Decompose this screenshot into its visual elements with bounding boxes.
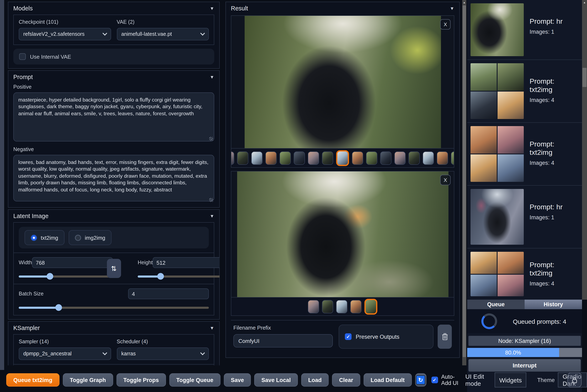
history-thumbnail[interactable] — [471, 126, 524, 182]
close-image-button[interactable]: X — [440, 19, 451, 30]
gallery-thumbnail[interactable] — [394, 151, 406, 164]
history-thumbnail[interactable] — [471, 63, 524, 119]
left-edge-strip — [0, 0, 4, 370]
vae-select[interactable]: animefull-latest.vae.pt — [117, 28, 209, 40]
current-node-bar: Node: KSampler (16) — [469, 336, 581, 346]
delete-outputs-button[interactable] — [438, 324, 452, 349]
resize-handle[interactable] — [209, 198, 213, 202]
load-default-button[interactable]: Load Default — [364, 373, 412, 386]
collapse-icon[interactable]: ▼ — [210, 214, 214, 218]
sampler-select[interactable]: dpmpp_2s_ancestral — [19, 348, 111, 360]
queue-txt2img-button[interactable]: Queue txt2img — [6, 373, 59, 386]
result-image-1[interactable] — [244, 16, 441, 148]
interrupt-button[interactable]: Interrupt — [469, 359, 581, 372]
load-button[interactable]: Load — [301, 373, 329, 386]
gallery-thumbnail[interactable] — [308, 300, 319, 313]
gallery-thumbnail[interactable] — [423, 151, 434, 164]
height-label: Height — [138, 260, 153, 266]
collapse-icon[interactable]: ▼ — [450, 6, 454, 11]
preserve-outputs-checkbox[interactable]: ✓ — [345, 333, 352, 340]
gallery-thumbnail[interactable] — [251, 151, 262, 164]
refresh-button[interactable]: ↻ — [415, 373, 426, 386]
history-item[interactable]: Prompt: txt2img Images: 4 — [467, 248, 582, 300]
positive-prompt-input[interactable]: masterpiece, hyper detailed background, … — [13, 92, 214, 142]
batch-size-input[interactable] — [128, 288, 209, 299]
history-thumbnail[interactable] — [471, 3, 524, 56]
widgets-select[interactable]: Widgets — [495, 372, 526, 388]
toggle-graph-button[interactable]: Toggle Graph — [63, 373, 113, 386]
filename-prefix-input[interactable] — [233, 334, 333, 348]
history-thumbnail[interactable] — [471, 189, 524, 245]
batch-group: Batch Size — [13, 284, 214, 316]
gallery-thumbnail[interactable] — [231, 151, 234, 164]
lock-button[interactable] — [568, 372, 582, 388]
collapse-icon[interactable]: ▼ — [210, 74, 214, 80]
vae-label: VAE (2) — [117, 19, 209, 25]
gallery-thumbnail[interactable] — [336, 300, 347, 313]
scroll-up-icon[interactable]: ▲ — [462, 0, 466, 5]
gallery-thumbnail[interactable] — [437, 151, 448, 164]
checkpoint-select[interactable]: refslaveV2_v2.safetensors — [19, 28, 111, 40]
main-scrollbar[interactable]: ▲ — [462, 0, 466, 365]
tab-queue[interactable]: Queue — [467, 300, 525, 309]
gallery-thumbnail[interactable] — [364, 298, 377, 314]
close-image-button[interactable]: X — [440, 175, 451, 185]
mode-option-img2img[interactable]: img2img — [69, 230, 111, 245]
history-prompt: Prompt: hr — [530, 18, 563, 26]
toggle-queue-button[interactable]: Toggle Queue — [169, 373, 220, 386]
save-local-button[interactable]: Save Local — [254, 373, 298, 386]
gallery-thumbnail[interactable] — [308, 151, 319, 164]
gallery-thumbnail[interactable] — [451, 151, 454, 164]
resize-handle[interactable] — [209, 137, 213, 141]
batch-size-slider[interactable] — [19, 304, 209, 311]
result-section-title: Result — [231, 5, 248, 12]
scrollbar-thumb[interactable] — [463, 6, 466, 357]
collapse-icon[interactable]: ▼ — [210, 6, 214, 11]
close-icon: X — [444, 22, 447, 27]
models-section-title: Models — [13, 5, 33, 12]
history-image-count: Images: 4 — [530, 160, 579, 166]
gallery-thumbnail[interactable] — [280, 151, 291, 164]
gallery-thumbnail[interactable] — [237, 151, 248, 164]
gallery-thumbnail[interactable] — [380, 151, 392, 164]
gallery-thumbnail[interactable] — [366, 151, 377, 164]
gallery-thumbnail[interactable] — [409, 151, 420, 164]
gallery-thumbnail[interactable] — [352, 151, 363, 164]
negative-prompt-input[interactable]: lowres, bad anatomy, bad hands, text, er… — [13, 155, 214, 202]
tab-history[interactable]: History — [525, 300, 582, 309]
result-gallery-2: X — [231, 171, 454, 316]
history-item[interactable]: Prompt: txt2img Images: 4 — [467, 60, 582, 123]
queue-history-tabs: Queue History — [467, 300, 582, 309]
gallery-thumbnail[interactable] — [265, 151, 277, 164]
history-item[interactable]: Prompt: hr Images: 1 — [467, 186, 582, 248]
close-icon: X — [444, 177, 447, 183]
scroll-up-icon[interactable]: ▲ — [582, 0, 587, 5]
height-slider[interactable] — [138, 273, 220, 280]
history-item[interactable]: Prompt: hr Images: 1 — [467, 0, 582, 60]
theme-label: Theme — [537, 377, 555, 383]
width-slider[interactable] — [19, 273, 113, 280]
collapse-icon[interactable]: ▼ — [210, 326, 214, 330]
height-input[interactable] — [153, 257, 220, 268]
size-group: Width Height — [13, 253, 214, 284]
toggle-props-button[interactable]: Toggle Props — [116, 373, 166, 386]
width-input[interactable] — [32, 257, 113, 268]
history-item[interactable]: Prompt: txt2img Images: 4 — [467, 123, 582, 186]
gallery-thumbnail[interactable] — [322, 151, 333, 164]
save-button[interactable]: Save — [224, 373, 251, 386]
swap-dimensions-button[interactable]: ⇅ — [107, 259, 121, 278]
clear-button[interactable]: Clear — [332, 373, 360, 386]
history-scrollbar[interactable]: ▲ — [582, 0, 587, 300]
gallery-thumbnail[interactable] — [336, 150, 349, 166]
scrollbar-thumb[interactable] — [583, 68, 587, 87]
sampler-group: Sampler (14) dpmpp_2s_ancestral Schedule… — [13, 334, 214, 364]
auto-add-ui-checkbox[interactable]: ✓ — [431, 376, 438, 383]
history-thumbnail[interactable] — [471, 252, 524, 296]
gallery-thumbnail[interactable] — [350, 300, 362, 313]
gallery-thumbnail[interactable] — [322, 300, 333, 313]
use-internal-vae-checkbox[interactable] — [19, 53, 26, 60]
result-image-2[interactable] — [237, 172, 448, 297]
mode-option-txt2img[interactable]: txt2img — [24, 230, 64, 245]
gallery-thumbnail[interactable] — [294, 151, 305, 164]
scheduler-select[interactable]: karras — [117, 348, 209, 360]
